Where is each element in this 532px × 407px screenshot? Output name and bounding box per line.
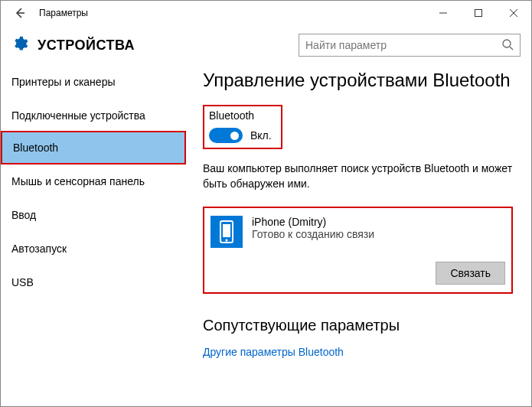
close-button[interactable] — [496, 1, 531, 25]
device-status: Готово к созданию связи — [252, 228, 505, 240]
header-title: УСТРОЙСТВА — [38, 37, 299, 54]
sidebar-item-label: Bluetooth — [13, 142, 58, 154]
device-info: iPhone (Dmitry) Готово к созданию связи — [252, 216, 505, 240]
arrow-left-icon — [12, 6, 26, 20]
toggle-state-label: Вкл. — [250, 129, 272, 142]
titlebar: Параметры — [1, 1, 531, 25]
sidebar-item-label: Подключенные устройства — [11, 109, 145, 122]
info-text: Ваш компьютер выполняет поиск устройств … — [203, 161, 513, 191]
sidebar-item-label: Принтеры и сканеры — [11, 76, 115, 88]
toggle-switch[interactable] — [209, 128, 243, 143]
window-controls — [426, 1, 531, 25]
phone-icon — [211, 216, 243, 248]
pair-button[interactable]: Связать — [436, 262, 505, 285]
svg-rect-1 — [475, 10, 482, 17]
gear-icon — [11, 35, 28, 55]
sidebar-item-printers[interactable]: Принтеры и сканеры — [1, 65, 186, 99]
bluetooth-toggle[interactable]: Вкл. — [209, 128, 272, 143]
related-link[interactable]: Другие параметры Bluetooth — [203, 346, 344, 358]
sidebar-item-usb[interactable]: USB — [1, 265, 186, 299]
minimize-button[interactable] — [426, 1, 461, 25]
maximize-button[interactable] — [461, 1, 496, 25]
svg-rect-7 — [223, 224, 230, 237]
sidebar: Принтеры и сканеры Подключенные устройст… — [1, 65, 186, 407]
bluetooth-toggle-block: Bluetooth Вкл. — [203, 105, 282, 149]
related-title: Сопутствующие параметры — [203, 317, 513, 334]
search-input[interactable] — [305, 39, 501, 51]
sidebar-item-label: USB — [11, 276, 34, 288]
svg-line-5 — [510, 47, 513, 50]
back-button[interactable] — [1, 1, 38, 25]
svg-point-8 — [226, 239, 228, 242]
search-icon — [501, 38, 514, 53]
svg-point-4 — [503, 40, 511, 47]
sidebar-item-input[interactable]: Ввод — [1, 198, 186, 232]
device-name: iPhone (Dmitry) — [252, 216, 505, 228]
bluetooth-label: Bluetooth — [209, 109, 272, 122]
sidebar-item-label: Автозапуск — [11, 243, 67, 255]
device-block: iPhone (Dmitry) Готово к созданию связи … — [203, 207, 513, 294]
sidebar-item-label: Мышь и сенсорная панель — [11, 175, 145, 187]
page-title: Управление устройствами Bluetooth — [203, 70, 513, 91]
sidebar-item-label: Ввод — [11, 209, 36, 221]
content: Управление устройствами Bluetooth Blueto… — [186, 65, 531, 407]
sidebar-item-mouse[interactable]: Мышь и сенсорная панель — [1, 164, 186, 198]
window-title: Параметры — [38, 8, 426, 18]
sidebar-item-autorun[interactable]: Автозапуск — [1, 232, 186, 265]
device-row[interactable]: iPhone (Dmitry) Готово к созданию связи — [211, 216, 505, 248]
header: УСТРОЙСТВА — [1, 25, 531, 65]
search-box[interactable] — [299, 34, 521, 57]
sidebar-item-bluetooth[interactable]: Bluetooth — [1, 131, 186, 164]
sidebar-item-connected[interactable]: Подключенные устройства — [1, 99, 186, 132]
